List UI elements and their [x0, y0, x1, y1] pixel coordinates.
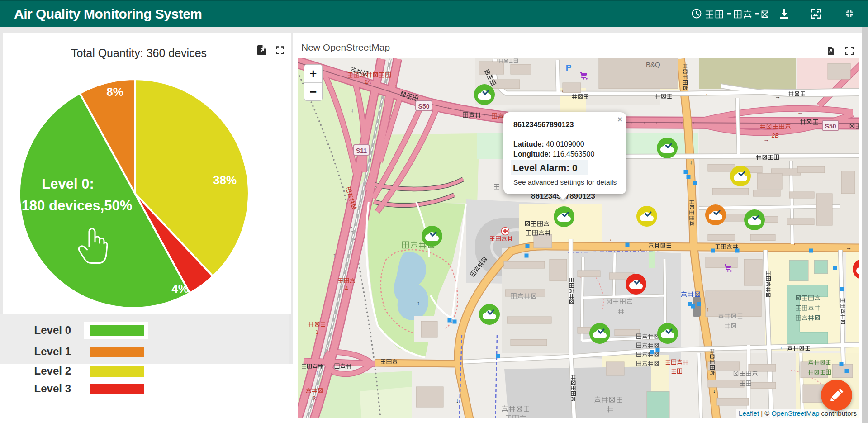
svg-text:S11: S11	[356, 147, 367, 154]
svg-text:↑: ↑	[316, 369, 319, 376]
svg-text:↑: ↑	[417, 299, 420, 306]
svg-text:↑: ↑	[333, 252, 336, 258]
svg-text:↑: ↑	[369, 157, 372, 163]
svg-text:→: →	[846, 244, 852, 251]
svg-text:→: →	[764, 136, 769, 143]
svg-text:38%: 38%	[213, 173, 237, 187]
svg-text:↓: ↓	[713, 387, 716, 394]
svg-text:↓: ↓	[690, 159, 693, 166]
svg-text:←: ←	[394, 81, 400, 88]
svg-text:→: →	[637, 246, 643, 252]
svg-text:←: ←	[779, 344, 785, 351]
svg-text:B&Q: B&Q	[646, 61, 660, 68]
svg-text:←: ←	[561, 87, 567, 94]
svg-text:S50: S50	[418, 103, 430, 110]
svg-text:3: 3	[316, 329, 319, 335]
svg-text:2B: 2B	[771, 132, 779, 139]
svg-text:→: →	[775, 93, 781, 100]
svg-text:Level 0:: Level 0:	[42, 176, 94, 192]
svg-text:←: ←	[797, 109, 803, 116]
svg-text:↓: ↓	[351, 107, 354, 114]
svg-text:4: 4	[345, 285, 348, 292]
svg-text:P: P	[566, 63, 572, 72]
svg-text:↓: ↓	[456, 397, 459, 404]
svg-text:Total Quantity: 360 devices: Total Quantity: 360 devices	[71, 47, 207, 59]
svg-text:↑: ↑	[707, 306, 710, 313]
svg-text:←: ←	[705, 90, 711, 97]
svg-text:3: 3	[313, 395, 316, 402]
svg-text:180 devices,50%: 180 devices,50%	[22, 198, 133, 214]
svg-text:←: ←	[609, 236, 615, 242]
svg-text:8%: 8%	[106, 85, 123, 99]
svg-text:4%: 4%	[171, 282, 189, 295]
svg-text:1A: 1A	[365, 79, 371, 85]
svg-text:←: ←	[793, 240, 799, 247]
svg-text:S50: S50	[825, 123, 836, 130]
